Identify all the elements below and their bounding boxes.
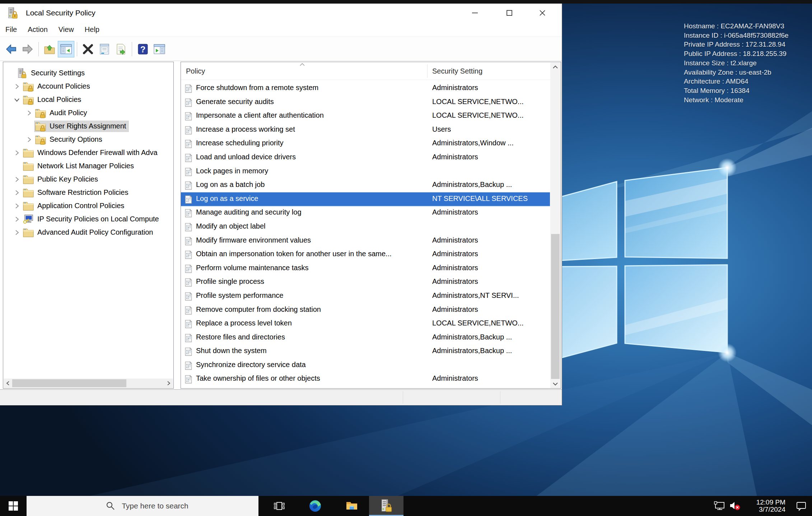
tree-item-body[interactable]: Software Restriction Policies [22,187,131,198]
policy-row[interactable]: Modify an object label [181,220,550,234]
expand-chevron-icon[interactable] [24,136,34,143]
policy-row[interactable]: Take ownership of files or other objects… [181,372,550,386]
tree-item-body[interactable]: User Rights Assignment [34,121,129,132]
policy-row[interactable]: Manage auditing and security log Adminis… [181,206,550,220]
tree-item-body[interactable]: Local Policies [22,94,84,105]
policy-row[interactable]: Obtain an impersonation token for anothe… [181,248,550,262]
tree-item[interactable]: Windows Defender Firewall with Adva [3,146,173,159]
tree-item[interactable]: Public Key Policies [3,173,173,186]
minimize-button[interactable] [463,4,487,22]
maximize-button[interactable] [498,4,521,22]
policy-name: Generate security audits [196,98,426,106]
tree-item-body[interactable]: Account Policies [22,81,93,92]
tree-item-body[interactable]: Windows Defender Firewall with Adva [22,147,160,159]
policy-row[interactable]: Increase a process working set Users [181,123,550,137]
scroll-up-arrow-icon[interactable] [550,62,560,72]
expand-chevron-icon[interactable] [24,109,34,117]
help-button[interactable]: ? [135,41,151,57]
policy-row[interactable]: Remove computer from docking station Adm… [181,303,550,317]
column-header-policy[interactable]: Policy [186,67,205,75]
scroll-right-arrow-icon[interactable] [164,379,173,388]
policy-row[interactable]: Log on as a batch job Administrators,Bac… [181,178,550,192]
tree-item[interactable]: Security Options [3,133,173,146]
taskbar-clock[interactable]: 12:09 PM 3/7/2024 [746,499,785,513]
menu-item[interactable]: Help [79,22,105,37]
volume-muted-icon[interactable] [727,496,743,516]
policy-row[interactable]: Load and unload device drivers Administr… [181,151,550,165]
column-header-security-setting[interactable]: Security Setting [432,67,482,75]
tree-item[interactable]: Application Control Policies [3,199,173,212]
tree-horizontal-scrollbar[interactable] [4,379,173,388]
tree-item-body[interactable]: Security Options [34,134,105,145]
expand-chevron-icon[interactable] [12,189,22,196]
tree-item-body[interactable]: Application Control Policies [22,200,127,212]
tree-item[interactable]: User Rights Assignment [3,119,173,133]
tree-item[interactable]: Advanced Audit Policy Configuration [3,226,173,239]
menu-item[interactable]: Action [22,22,53,37]
tree-item-body[interactable]: IP Security Policies on Local Compute [22,214,162,225]
tree-item[interactable]: Account Policies [3,80,173,93]
policy-row[interactable]: Generate security audits LOCAL SERVICE,N… [181,95,550,109]
tree-item-body[interactable]: Public Key Policies [22,174,101,185]
show-action-pane-button[interactable] [151,41,168,57]
delete-button[interactable] [80,41,96,57]
menu-item[interactable]: File [0,22,22,37]
file-explorer-button[interactable] [339,496,365,516]
tree-item[interactable]: Security Settings [3,66,173,80]
policy-row[interactable]: Log on as a service NT SERVICE\ALL SERVI… [181,192,550,206]
expand-chevron-icon[interactable] [12,83,22,90]
properties-button[interactable] [96,41,113,57]
local-security-policy-taskbar-button[interactable] [369,496,403,516]
forward-button[interactable] [19,41,36,57]
expand-chevron-icon[interactable] [12,216,22,223]
expand-chevron-icon[interactable] [12,176,22,183]
export-folder-button[interactable] [41,41,58,57]
expand-chevron-icon[interactable] [12,149,22,156]
show-console-tree-button[interactable] [58,41,74,57]
expand-chevron-icon[interactable] [5,70,15,77]
list-scrollbar-thumb[interactable] [551,234,560,379]
close-button[interactable] [531,4,554,22]
policy-row[interactable]: Lock pages in memory [181,165,550,179]
tree-scrollbar-thumb[interactable] [12,379,126,387]
tree-item-body[interactable]: Advanced Audit Policy Configuration [22,227,156,238]
policy-row[interactable]: Modify firmware environment values Admin… [181,234,550,248]
policy-row[interactable]: Impersonate a client after authenticatio… [181,109,550,123]
back-button[interactable] [3,41,19,57]
title-bar[interactable]: Local Security Policy [0,4,562,22]
policy-row[interactable]: Profile system performance Administrator… [181,289,550,303]
policy-row[interactable]: Synchronize directory service data [181,358,550,372]
expand-chevron-icon[interactable] [12,202,22,210]
policy-row[interactable]: Force shutdown from a remote system Admi… [181,81,550,95]
start-button[interactable] [0,496,27,516]
tree-item[interactable]: Network List Manager Policies [3,159,173,173]
policy-row[interactable]: Replace a process level token LOCAL SERV… [181,317,550,331]
policy-row[interactable]: Shut down the system Administrators,Back… [181,344,550,358]
list-vertical-scrollbar[interactable] [550,62,560,389]
scroll-down-arrow-icon[interactable] [550,379,560,389]
network-icon[interactable] [711,496,727,516]
tree-item-body[interactable]: Security Settings [15,67,88,79]
action-center-button[interactable] [790,496,812,516]
policy-row[interactable]: Profile single process Administrators [181,275,550,289]
edge-browser-button[interactable] [302,496,328,516]
export-list-button[interactable] [113,41,129,57]
policy-row[interactable]: Restore files and directories Administra… [181,331,550,345]
tree-item[interactable]: Audit Policy [3,106,173,119]
tree-item-body[interactable]: Network List Manager Policies [22,160,137,172]
tree-item-body[interactable]: Audit Policy [34,107,90,119]
expand-chevron-icon[interactable] [12,96,22,103]
scroll-left-arrow-icon[interactable] [4,379,12,388]
policy-row[interactable]: Increase scheduling priority Administrat… [181,137,550,151]
taskbar-search[interactable]: Type here to search [27,496,258,516]
policy-row[interactable]: Perform volume maintenance tasks Adminis… [181,262,550,276]
expand-chevron-icon[interactable] [12,163,22,170]
expand-chevron-icon[interactable] [12,229,22,236]
expand-chevron-icon[interactable] [24,123,34,130]
task-view-button[interactable] [266,496,292,516]
menu-item[interactable]: View [53,22,79,37]
tree-item[interactable]: Local Policies [3,93,173,106]
tree-item[interactable]: IP Security Policies on Local Compute [3,212,173,226]
column-divider[interactable] [427,64,428,78]
tree-item[interactable]: Software Restriction Policies [3,186,173,199]
